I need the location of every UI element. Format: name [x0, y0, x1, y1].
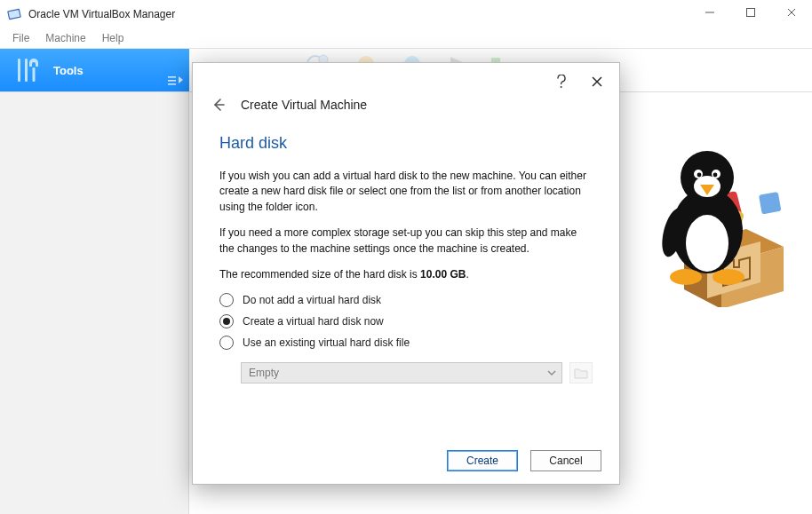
svg-rect-6 [18, 59, 20, 82]
svg-rect-3 [747, 9, 755, 17]
tools-icon [12, 55, 43, 85]
svg-point-25 [686, 215, 728, 272]
option-label: Do not add a virtual hard disk [243, 294, 381, 306]
option-label: Use an existing virtual hard disk file [243, 336, 410, 349]
svg-point-33 [670, 269, 702, 285]
svg-rect-9 [168, 76, 176, 78]
existing-disk-combo[interactable]: Empty [241, 362, 562, 384]
recommended-size-text: The recommended size of the hard disk is… [219, 267, 593, 282]
tools-expand-icon[interactable] [168, 74, 184, 86]
combo-value: Empty [249, 367, 279, 379]
option-no-disk[interactable]: Do not add a virtual hard disk [219, 293, 593, 307]
window-title: Oracle VM VirtualBox Manager [28, 8, 175, 20]
svg-rect-23 [759, 192, 781, 214]
menubar: File Machine Help [0, 28, 812, 48]
svg-rect-7 [25, 59, 28, 82]
svg-rect-10 [168, 80, 176, 82]
dialog-back-button[interactable] [211, 97, 227, 113]
tools-pane[interactable]: Tools [0, 49, 189, 91]
svg-point-31 [713, 173, 718, 178]
browse-disk-button[interactable] [569, 362, 593, 384]
window-close-button[interactable] [771, 0, 812, 25]
svg-point-29 [697, 173, 702, 178]
option-existing-disk[interactable]: Use an existing virtual hard disk file [219, 336, 593, 350]
option-create-disk[interactable]: Create a virtual hard disk now [219, 314, 593, 328]
virtualbox-mascot-icon [643, 138, 794, 307]
dialog-title: Create Virtual Machine [241, 98, 367, 112]
create-button[interactable]: Create [447, 450, 518, 471]
svg-point-36 [561, 86, 562, 88]
vm-list-sidebar [0, 92, 189, 514]
radio-icon [219, 314, 234, 328]
section-heading: Hard disk [219, 134, 593, 153]
app-icon [7, 7, 21, 21]
chevron-down-icon [547, 368, 556, 377]
option-label: Create a virtual hard disk now [243, 315, 384, 328]
dialog-help-button[interactable] [553, 74, 569, 90]
dialog-close-button[interactable] [589, 74, 605, 90]
cancel-button[interactable]: Cancel [530, 450, 601, 471]
window-maximize-button[interactable] [730, 0, 771, 25]
radio-icon [219, 293, 234, 307]
tools-label: Tools [53, 64, 84, 77]
window-controls [689, 0, 812, 25]
svg-rect-8 [33, 67, 36, 82]
svg-rect-11 [168, 83, 176, 85]
menu-file[interactable]: File [5, 30, 36, 46]
window-minimize-button[interactable] [689, 0, 730, 25]
intro-text-1: If you wish you can add a virtual hard d… [219, 169, 593, 215]
menu-machine[interactable]: Machine [38, 30, 92, 46]
create-vm-dialog: Create Virtual Machine Hard disk If you … [192, 62, 620, 485]
radio-icon [219, 336, 234, 350]
menu-help[interactable]: Help [95, 30, 131, 46]
svg-point-34 [712, 269, 744, 285]
intro-text-2: If you need a more complex storage set-u… [219, 225, 593, 257]
